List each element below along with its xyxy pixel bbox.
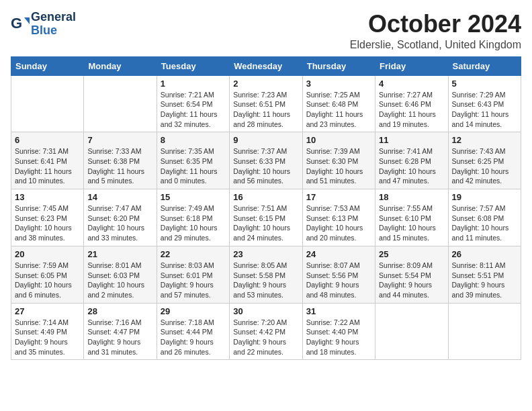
month-title: October 2024 <box>350 11 521 38</box>
day-sunset: Sunset: 6:20 PM <box>87 214 152 224</box>
day-sunrise: Sunrise: 7:20 AM <box>233 318 298 328</box>
calendar-cell-4-5 <box>375 303 448 360</box>
calendar-cell-3-5: 25 Sunrise: 8:09 AM Sunset: 5:54 PM Dayl… <box>375 246 448 303</box>
calendar-cell-0-6: 5 Sunrise: 7:29 AM Sunset: 6:43 PM Dayli… <box>448 75 521 132</box>
day-number: 28 <box>87 306 152 316</box>
day-daylight: Daylight: 9 hours and 57 minutes. <box>161 280 226 300</box>
day-sunrise: Sunrise: 7:31 AM <box>15 146 80 156</box>
day-daylight: Daylight: 11 hours and 23 minutes. <box>306 109 371 129</box>
day-number: 6 <box>15 135 80 145</box>
day-daylight: Daylight: 10 hours and 15 minutes. <box>379 223 444 242</box>
day-sunset: Sunset: 4:40 PM <box>306 327 371 337</box>
day-number: 2 <box>233 79 298 89</box>
logo-line2: Blue <box>31 24 76 38</box>
day-sunrise: Sunrise: 7:53 AM <box>306 203 371 214</box>
day-daylight: Daylight: 9 hours and 53 minutes. <box>233 280 298 300</box>
svg-marker-1 <box>24 17 30 24</box>
day-number: 7 <box>87 135 152 145</box>
day-number: 8 <box>161 135 226 145</box>
day-sunrise: Sunrise: 7:51 AM <box>233 203 298 214</box>
day-sunrise: Sunrise: 7:57 AM <box>452 203 517 214</box>
day-daylight: Daylight: 10 hours and 47 minutes. <box>379 167 444 186</box>
day-daylight: Daylight: 11 hours and 14 minutes. <box>452 109 517 129</box>
calendar-cell-2-3: 16 Sunrise: 7:51 AM Sunset: 6:15 PM Dayl… <box>230 189 302 246</box>
day-sunset: Sunset: 6:35 PM <box>161 156 226 167</box>
title-area: October 2024 Elderslie, Scotland, United… <box>350 11 521 51</box>
calendar-cell-1-1: 7 Sunrise: 7:33 AM Sunset: 6:38 PM Dayli… <box>84 132 157 189</box>
day-sunrise: Sunrise: 7:27 AM <box>379 90 444 100</box>
day-sunrise: Sunrise: 8:03 AM <box>161 261 226 271</box>
day-number: 27 <box>15 306 80 316</box>
header-tuesday: Tuesday <box>157 56 229 75</box>
calendar-cell-1-0: 6 Sunrise: 7:31 AM Sunset: 6:41 PM Dayli… <box>11 132 84 189</box>
day-daylight: Daylight: 10 hours and 51 minutes. <box>306 167 371 186</box>
day-sunset: Sunset: 6:43 PM <box>452 99 517 109</box>
day-daylight: Daylight: 9 hours and 22 minutes. <box>233 337 298 357</box>
day-daylight: Daylight: 11 hours and 28 minutes. <box>233 109 298 129</box>
header-saturday: Saturday <box>448 56 521 75</box>
day-sunset: Sunset: 6:15 PM <box>233 214 298 224</box>
day-sunset: Sunset: 5:51 PM <box>452 271 517 281</box>
day-number: 29 <box>161 306 226 316</box>
calendar-cell-2-1: 14 Sunrise: 7:47 AM Sunset: 6:20 PM Dayl… <box>84 189 157 246</box>
calendar-cell-3-4: 24 Sunrise: 8:07 AM Sunset: 5:56 PM Dayl… <box>302 246 375 303</box>
day-number: 18 <box>379 192 444 202</box>
day-number: 23 <box>233 249 298 259</box>
calendar-cell-2-0: 13 Sunrise: 7:45 AM Sunset: 6:23 PM Dayl… <box>11 189 84 246</box>
week-row-2: 13 Sunrise: 7:45 AM Sunset: 6:23 PM Dayl… <box>11 189 521 246</box>
week-row-0: 1 Sunrise: 7:21 AM Sunset: 6:54 PM Dayli… <box>11 75 521 132</box>
day-sunset: Sunset: 6:48 PM <box>306 99 371 109</box>
day-sunrise: Sunrise: 7:41 AM <box>379 146 444 156</box>
day-sunrise: Sunrise: 8:07 AM <box>306 261 371 271</box>
day-daylight: Daylight: 11 hours and 10 minutes. <box>15 167 80 186</box>
day-sunrise: Sunrise: 8:01 AM <box>87 261 152 271</box>
day-sunrise: Sunrise: 8:05 AM <box>233 261 298 271</box>
day-daylight: Daylight: 10 hours and 33 minutes. <box>87 223 152 242</box>
logo-line1: General <box>31 11 76 24</box>
day-number: 19 <box>452 192 517 202</box>
day-daylight: Daylight: 10 hours and 6 minutes. <box>15 280 80 300</box>
day-number: 30 <box>233 306 298 316</box>
day-daylight: Daylight: 9 hours and 48 minutes. <box>306 280 371 300</box>
day-daylight: Daylight: 11 hours and 19 minutes. <box>379 109 444 129</box>
calendar-cell-1-5: 11 Sunrise: 7:41 AM Sunset: 6:28 PM Dayl… <box>375 132 448 189</box>
day-sunset: Sunset: 6:13 PM <box>306 214 371 224</box>
day-daylight: Daylight: 9 hours and 39 minutes. <box>452 280 517 300</box>
day-sunrise: Sunrise: 7:33 AM <box>87 146 152 156</box>
day-sunrise: Sunrise: 7:22 AM <box>306 318 371 328</box>
day-sunset: Sunset: 5:58 PM <box>233 271 298 281</box>
day-number: 20 <box>15 249 80 259</box>
day-sunset: Sunset: 6:23 PM <box>15 214 80 224</box>
day-sunset: Sunset: 6:08 PM <box>452 214 517 224</box>
day-number: 5 <box>452 79 517 89</box>
day-number: 21 <box>87 249 152 259</box>
weekday-header-row: Sunday Monday Tuesday Wednesday Thursday… <box>11 56 521 75</box>
day-daylight: Daylight: 9 hours and 35 minutes. <box>15 337 80 357</box>
day-sunrise: Sunrise: 7:16 AM <box>87 318 152 328</box>
day-sunset: Sunset: 6:38 PM <box>87 156 152 167</box>
day-daylight: Daylight: 9 hours and 18 minutes. <box>306 337 371 357</box>
day-sunrise: Sunrise: 7:59 AM <box>15 261 80 271</box>
day-sunrise: Sunrise: 7:25 AM <box>306 90 371 100</box>
day-sunrise: Sunrise: 8:09 AM <box>379 261 444 271</box>
calendar-cell-1-3: 9 Sunrise: 7:37 AM Sunset: 6:33 PM Dayli… <box>230 132 302 189</box>
calendar-cell-4-0: 27 Sunrise: 7:14 AM Sunset: 4:49 PM Dayl… <box>11 303 84 360</box>
calendar-cell-0-0 <box>11 75 84 132</box>
day-number: 26 <box>452 249 517 259</box>
day-sunrise: Sunrise: 8:11 AM <box>452 261 517 271</box>
day-daylight: Daylight: 10 hours and 11 minutes. <box>452 223 517 242</box>
day-number: 10 <box>306 135 371 145</box>
calendar-cell-4-6 <box>448 303 521 360</box>
day-number: 24 <box>306 249 371 259</box>
day-daylight: Daylight: 11 hours and 5 minutes. <box>87 167 152 186</box>
calendar-cell-3-0: 20 Sunrise: 7:59 AM Sunset: 6:05 PM Dayl… <box>11 246 84 303</box>
day-daylight: Daylight: 10 hours and 20 minutes. <box>306 223 371 242</box>
day-number: 17 <box>306 192 371 202</box>
calendar-cell-0-4: 3 Sunrise: 7:25 AM Sunset: 6:48 PM Dayli… <box>302 75 375 132</box>
day-daylight: Daylight: 10 hours and 38 minutes. <box>15 223 80 242</box>
calendar-cell-0-5: 4 Sunrise: 7:27 AM Sunset: 6:46 PM Dayli… <box>375 75 448 132</box>
day-daylight: Daylight: 11 hours and 0 minutes. <box>161 167 226 186</box>
header: G General Blue October 2024 Elderslie, S… <box>11 11 521 51</box>
week-row-3: 20 Sunrise: 7:59 AM Sunset: 6:05 PM Dayl… <box>11 246 521 303</box>
day-sunrise: Sunrise: 7:37 AM <box>233 146 298 156</box>
